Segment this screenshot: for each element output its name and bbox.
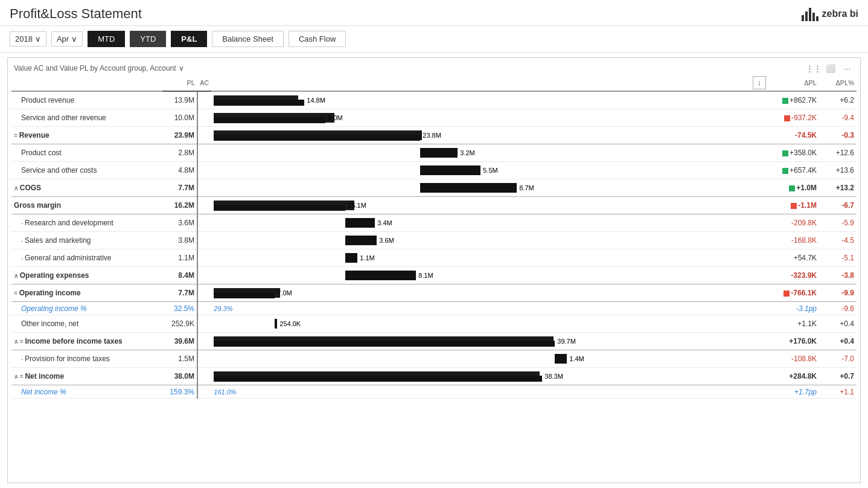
pl-value: 1.1M [162,249,197,267]
content-area: Value AC and Value PL by Account group, … [0,53,868,488]
table-row: Service and other costs4.8M5.5M+657.4K+1… [11,162,857,179]
col-header-ac: AC [197,75,211,91]
col-header-pl: PL [162,75,197,91]
dropdown-icon[interactable]: ∨ [179,64,184,72]
pl-value: 32.5% [162,302,197,315]
period-dropdown[interactable]: Apr ∨ [51,31,83,47]
row-label: Product cost [11,144,162,162]
ac-divider [197,162,211,179]
delta-pct-value: +0.4 [819,315,857,333]
delta-pct-value: +13.6 [819,162,857,179]
table-row: Operating income %32.5%29.3%-3.1pp-9.6 [11,302,857,315]
pl-value: 2.8M [162,144,197,162]
ac-divider [197,350,211,368]
bar-chart-cell: 7.0M [211,284,771,302]
row-label: Operating income % [11,302,162,315]
row-label: = Operating income [11,284,162,302]
row-label: ∧ = Income before income taxes [11,333,162,350]
delta-pl-value: -108.8K [771,350,819,368]
toolbar: 2018 ∨ Apr ∨ MTD YTD P&L Balance Sheet C… [0,26,868,53]
bar-chart-cell: 8.7M [211,179,771,197]
tab-cash-flow[interactable]: Cash Flow [289,31,346,47]
pl-value: 8.4M [162,267,197,284]
delta-pct-value: -0.3 [819,127,857,144]
ac-divider [197,368,211,385]
ac-divider [197,249,211,267]
ac-divider [197,179,211,197]
row-label: - General and administrative [11,249,162,267]
bar-chart-cell: 1.1M [211,249,771,267]
delta-pct-value: -9.9 [819,284,857,302]
pl-value: 39.6M [162,333,197,350]
pl-value: 13.9M [162,91,197,109]
row-label: - Provision for income taxes [11,350,162,368]
delta-pct-value: -5.1 [819,249,857,267]
chart-controls: ⋮⋮ ⬜ ··· [807,62,854,75]
ac-divider [197,267,211,284]
row-label: ∧ Operating expenses [11,267,162,284]
row-label: Other income, net [11,315,162,333]
row-label: Service and other revenue [11,109,162,127]
delta-pct-value: +0.7 [819,368,857,385]
delta-pl-value: -766.1K [771,284,819,302]
chevron-down-icon: ∨ [35,34,41,43]
pl-value: 1.5M [162,350,197,368]
pl-value: 159.3% [162,385,197,399]
chart-title: Value AC and Value PL by Account group, … [14,64,184,72]
row-label: Gross margin [11,197,162,214]
delta-pl-value: +862.7K [771,91,819,109]
row-label: ∧ = Net income [11,368,162,385]
pl-value: 4.8M [162,162,197,179]
table-row: Service and other revenue10.0M9.0M-937.2… [11,109,857,127]
table-row: Net income %159.3%161.0%+1.7pp+1.1 [11,385,857,399]
delta-pct-value: -4.5 [819,232,857,249]
bar-chart-cell: 5.5M [211,162,771,179]
row-label: Service and other costs [11,162,162,179]
delta-pct-value: -6.7 [819,197,857,214]
delta-pl-value: +176.0K [771,333,819,350]
delta-pl-value: +1.7pp [771,385,819,399]
ac-divider [197,333,211,350]
row-label: - Research and development [11,214,162,232]
bar-chart-cell: 23.8M [211,127,771,144]
delta-pl-value: +1.0M [771,179,819,197]
chevron-down-icon: ∨ [71,34,77,43]
bar-chart-cell: 38.3M [211,368,771,385]
logo-icon [802,7,819,21]
delta-pct-value: -5.9 [819,214,857,232]
table-row: ∧ = Income before income taxes39.6M39.7M… [11,333,857,350]
tab-ytd[interactable]: YTD [130,31,166,47]
tab-pl[interactable]: P&L [171,31,207,47]
table-row: - Sales and marketing3.8M3.6M-168.8K-4.5 [11,232,857,249]
delta-pl-value: -209.8K [771,214,819,232]
more-icon[interactable]: ··· [841,62,854,75]
expand-icon[interactable]: ⬜ [824,62,837,75]
ac-divider [197,284,211,302]
bar-chart-cell: 39.7M [211,333,771,350]
table-row: = Operating income7.7M7.0M-766.1K-9.9 [11,284,857,302]
bar-chart-cell: 161.0% [211,385,771,399]
delta-pl-value: -937.2K [771,109,819,127]
ac-divider [197,385,211,399]
app-container: Profit&Loss Statement zebra bi 2018 ∨ Ap… [0,0,868,488]
delta-pl-value: -168.8K [771,232,819,249]
ac-divider [197,315,211,333]
year-dropdown[interactable]: 2018 ∨ [10,31,46,47]
table-row: Product cost2.8M3.2M+358.0K+12.6 [11,144,857,162]
row-label: - Sales and marketing [11,232,162,249]
ac-divider [197,127,211,144]
delta-pl-value: +54.7K [771,249,819,267]
delta-pl-value: -323.9K [771,267,819,284]
delta-pl-value: +657.4K [771,162,819,179]
table-area: PL AC ↕ ΔPL [8,75,860,483]
tab-mtd[interactable]: MTD [88,31,125,47]
filter-icon[interactable]: ⋮⋮ [807,62,820,75]
table-row: Gross margin16.2M15.1M-1.1M-6.7 [11,197,857,214]
table-row: Product revenue13.9M14.8M+862.7K+6.2 [11,91,857,109]
col-header-delta-pl: ΔPL [771,75,819,91]
header: Profit&Loss Statement zebra bi [0,0,868,26]
row-label: Net income % [11,385,162,399]
delta-pct-value: +0.4 [819,333,857,350]
page-title: Profit&Loss Statement [10,6,142,22]
tab-balance-sheet[interactable]: Balance Sheet [212,31,284,47]
